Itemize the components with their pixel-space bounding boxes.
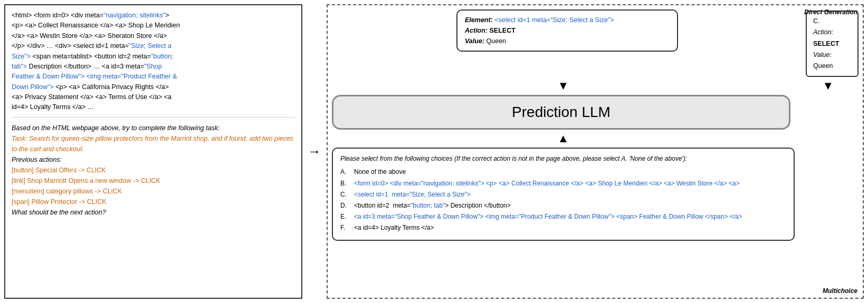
multichoice-wrapper: Please select from the following choices… — [332, 148, 795, 294]
html-line-2: <p> <a> Collect Renaissance </a> <a> Sho… — [12, 22, 180, 29]
output-box-wrapper: Element: <select id=1 meta="Size; Select… — [332, 9, 803, 52]
choice-e-label: E. — [340, 212, 352, 222]
down-arrow-top-icon: ▼ — [558, 79, 569, 93]
task-section: Based on the HTML webpage above, try to … — [12, 123, 295, 218]
task-label: Task: — [12, 135, 27, 142]
choice-b: B. <form id=0> <div meta="navigation; si… — [340, 179, 786, 189]
up-arrow-bottom: ▲ — [332, 132, 795, 145]
c-label: C. — [813, 16, 851, 27]
down-arrow-top: ▼ — [332, 79, 795, 93]
value-value: Queen — [484, 37, 506, 45]
llm-box: Prediction LLM — [332, 95, 795, 130]
right-inner: Element: <select id=1 meta="Size; Select… — [332, 9, 859, 294]
arrows-row2: ▲ — [332, 132, 859, 145]
value-line: Value: Queen — [465, 36, 670, 46]
c-action-label: Action: — [813, 28, 833, 36]
c-action-line: Action: SELECT — [813, 27, 851, 50]
label-direct-generation: Direct Generation — [804, 8, 857, 16]
action-2: [link] Shop Marriott Opens a new window … — [12, 175, 295, 186]
element-line: Element: <select id=1 meta="Size; Select… — [465, 15, 670, 25]
action-value: SELECT — [488, 27, 516, 34]
choice-f: F. <a id=4> Loyalty Terms </a> — [340, 223, 786, 233]
html-line-7: Feather & Down Pillow"> <img meta="Produ… — [12, 73, 177, 80]
down-arrow-c-icon: ▼ — [823, 79, 834, 93]
html-line-8: Down Pillow"> <p> <a> California Privacy… — [12, 83, 169, 91]
choice-a-text: None of the above — [354, 167, 786, 177]
c-box: C. Action: SELECT Value: Queen — [806, 11, 859, 77]
task-intro: Based on the HTML webpage above, try to … — [12, 123, 295, 133]
choice-b-label: B. — [340, 179, 352, 189]
arrows-row1: ▼ ▼ — [332, 79, 859, 93]
choice-c: C. <select id=1 meta="Size; Select a Siz… — [340, 190, 786, 200]
task-line: Task: Search for queen-size pillow prote… — [12, 133, 295, 154]
html-line-4: </p> </div> … <div> <select id=1 meta="S… — [12, 42, 171, 50]
left-to-right-arrow: → — [308, 4, 321, 299]
choice-f-label: F. — [340, 223, 352, 233]
output-box: Element: <select id=1 meta="Size; Select… — [456, 9, 678, 52]
row3: Please select from the following choices… — [332, 148, 859, 294]
llm-label: Prediction LLM — [332, 95, 790, 130]
divider — [12, 117, 295, 118]
element-value: <select id=1 meta="Size; Select a Size"> — [493, 16, 614, 24]
html-line-9: <a> Privacy Statement </a> <a> Terms of … — [12, 93, 171, 101]
html-code: <html> <form id=0> <div meta="navigation… — [12, 11, 295, 113]
choice-c-label: C. — [340, 190, 352, 200]
html-line-3: </a> <a> Westin Store </a> <a> Sheraton … — [12, 32, 167, 40]
left-panel: <html> <form id=0> <div meta="navigation… — [4, 4, 302, 299]
up-arrow-bottom-icon: ▲ — [558, 132, 569, 145]
choice-e-text: <a id=3 meta="Shop Feather & Down Pillow… — [354, 212, 786, 222]
down-arrow-c: ▼ — [798, 79, 859, 93]
choice-d: D. <button id=2 meta="button; tab"> Desc… — [340, 201, 786, 211]
choice-a: A. None of the above — [340, 167, 786, 177]
choice-d-label: D. — [340, 201, 352, 211]
html-line-1: <html> <form id=0> <div meta="navigation… — [12, 12, 169, 19]
action-1: [button] Special Offers -> CLICK — [12, 165, 295, 175]
question: What should be the next action? — [12, 207, 295, 218]
choice-d-text: <button id=2 meta="button; tab"> Descrip… — [354, 201, 786, 211]
row2: Prediction LLM — [332, 95, 859, 130]
multichoice-box: Please select from the following choices… — [332, 148, 795, 240]
html-line-6: tab"> Description </button> … <a id=3 me… — [12, 63, 162, 70]
c-value-line: Value: Queen — [813, 50, 851, 72]
html-line-10: id=4> Loyalty Terms </a> … — [12, 103, 94, 111]
action-label: Action: — [465, 27, 488, 34]
right-panel: Direct Generation Multichoice Element: <… — [327, 4, 864, 299]
multichoice-question: Please select from the following choices… — [340, 154, 786, 164]
html-line-5: Size"> <span meta=tablist> <button id=2 … — [12, 53, 174, 60]
c-value-value: Queen — [813, 62, 833, 70]
prev-label: Previous actions: — [12, 154, 295, 165]
task-text: Search for queen-size pillow protectors … — [12, 135, 293, 153]
choice-c-text: <select id=1 meta="Size; Select a Size"> — [354, 190, 786, 200]
c-value-label: Value: — [813, 51, 832, 58]
row1: Element: <select id=1 meta="Size; Select… — [332, 9, 859, 77]
choice-e: E. <a id=3 meta="Shop Feather & Down Pil… — [340, 212, 786, 222]
choice-b-text: <form id=0> <div meta="navigation; sitel… — [354, 179, 786, 189]
choice-f-text: <a id=4> Loyalty Terms </a> — [354, 223, 786, 233]
row3-spacer — [798, 148, 859, 294]
choice-a-label: A. — [340, 167, 352, 177]
label-multichoice: Multichoice — [823, 287, 857, 295]
c-action-value: SELECT — [813, 40, 839, 47]
element-label: Element: — [465, 16, 493, 24]
action-3: [menuitem] category pillows -> CLICK — [12, 186, 295, 197]
value-label: Value: — [465, 37, 484, 45]
action-4: [span] Pillow Protector -> CLICK — [12, 197, 295, 207]
action-line: Action: SELECT — [465, 25, 670, 36]
